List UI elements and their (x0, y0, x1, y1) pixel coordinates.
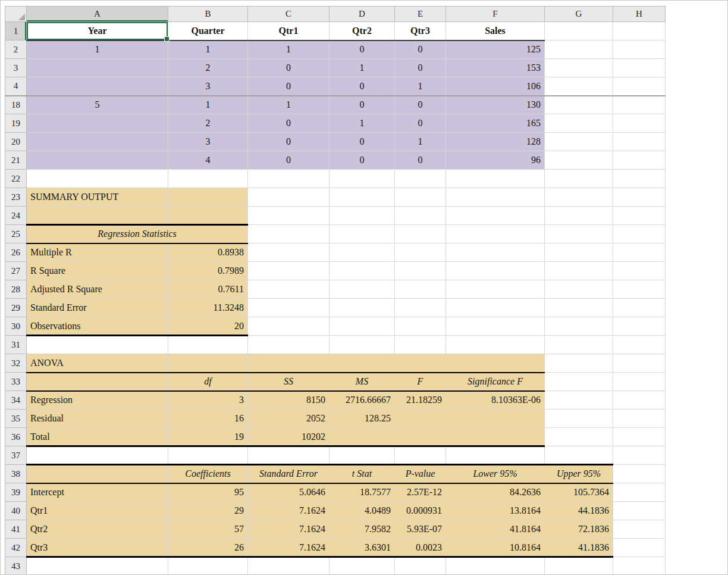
cell-C37[interactable] (248, 446, 330, 465)
cell-H31[interactable] (613, 336, 666, 354)
row-header-39[interactable]: 39 (5, 483, 27, 502)
cell-C30[interactable] (248, 317, 330, 336)
row-header-32[interactable]: 32 (5, 354, 27, 373)
column-header-G[interactable]: G (545, 7, 613, 22)
cell-F36[interactable] (446, 428, 545, 446)
cell-F37[interactable] (446, 446, 545, 465)
cell-B34[interactable]: 3 (168, 391, 248, 410)
cell-D4[interactable]: 0 (330, 77, 395, 96)
cell-E3[interactable]: 0 (395, 59, 446, 77)
cell-H18[interactable] (613, 96, 666, 114)
cell-B27[interactable]: 0.7989 (168, 262, 248, 280)
cell-G36[interactable] (545, 428, 613, 446)
cell-E33[interactable]: F (395, 373, 446, 391)
cell-B37[interactable] (168, 446, 248, 465)
cell-C41[interactable]: 7.1624 (248, 520, 330, 539)
cell-E20[interactable]: 1 (395, 133, 446, 151)
cell-F38[interactable]: Lower 95% (446, 465, 545, 483)
cell-B33[interactable]: df (168, 373, 248, 391)
cell-B36[interactable]: 19 (168, 428, 248, 446)
cell-A31[interactable] (27, 336, 168, 354)
cell-H40[interactable] (613, 502, 666, 520)
cell-F4[interactable]: 106 (446, 77, 545, 96)
cell-C34[interactable]: 8150 (248, 391, 330, 410)
cell-G25[interactable] (545, 225, 613, 243)
cell-H4[interactable] (613, 77, 666, 96)
cell-C24[interactable] (248, 207, 330, 225)
cell-A23[interactable]: SUMMARY OUTPUT (27, 188, 168, 207)
cell-C21[interactable]: 0 (248, 151, 330, 170)
cell-E37[interactable] (395, 446, 446, 465)
column-header-E[interactable]: E (395, 7, 446, 22)
cell-D32[interactable] (330, 354, 395, 373)
column-header-C[interactable]: C (248, 7, 330, 22)
cell-H32[interactable] (613, 354, 666, 373)
row-header-34[interactable]: 34 (5, 391, 27, 410)
cell-E39[interactable]: 2.57E-12 (395, 483, 446, 502)
cell-B1[interactable]: Quarter (168, 22, 248, 40)
cell-H41[interactable] (613, 520, 666, 539)
cell-G23[interactable] (545, 188, 613, 207)
row-header-41[interactable]: 41 (5, 520, 27, 539)
cell-F28[interactable] (446, 280, 545, 299)
cell-G30[interactable] (545, 317, 613, 336)
cell-C4[interactable]: 0 (248, 77, 330, 96)
cell-H42[interactable] (613, 539, 666, 557)
cell-G41[interactable]: 72.1836 (545, 520, 613, 539)
cell-F23[interactable] (446, 188, 545, 207)
cell-A18[interactable]: 5 (27, 96, 168, 114)
cell-G42[interactable]: 41.1836 (545, 539, 613, 557)
cell-B26[interactable]: 0.8938 (168, 243, 248, 262)
cell-C32[interactable] (248, 354, 330, 373)
row-header-26[interactable]: 26 (5, 243, 27, 262)
cell-G40[interactable]: 44.1836 (545, 502, 613, 520)
cell-D3[interactable]: 1 (330, 59, 395, 77)
row-header-24[interactable]: 24 (5, 207, 27, 225)
cell-D27[interactable] (330, 262, 395, 280)
cell-D31[interactable] (330, 336, 395, 354)
cell-D41[interactable]: 7.9582 (330, 520, 395, 539)
cell-C23[interactable] (248, 188, 330, 207)
cell-H29[interactable] (613, 299, 666, 317)
row-header-18[interactable]: 18 (5, 96, 27, 114)
row-header-22[interactable]: 22 (5, 170, 27, 188)
cell-C39[interactable]: 5.0646 (248, 483, 330, 502)
cell-G2[interactable] (545, 40, 613, 59)
cell-C20[interactable]: 0 (248, 133, 330, 151)
cell-F32[interactable] (446, 354, 545, 373)
cell-E41[interactable]: 5.93E-07 (395, 520, 446, 539)
cell-B19[interactable]: 2 (168, 114, 248, 133)
cell-A1[interactable]: Year (27, 22, 168, 40)
cell-B20[interactable]: 3 (168, 133, 248, 151)
cell-A3[interactable] (27, 59, 168, 77)
cell-G1[interactable] (545, 22, 613, 40)
cell-H20[interactable] (613, 133, 666, 151)
cell-G4[interactable] (545, 77, 613, 96)
row-header-27[interactable]: 27 (5, 262, 27, 280)
cell-H34[interactable] (613, 391, 666, 410)
cell-E29[interactable] (395, 299, 446, 317)
cell-G34[interactable] (545, 391, 613, 410)
cell-C29[interactable] (248, 299, 330, 317)
cell-D22[interactable] (330, 170, 395, 188)
row-header-21[interactable]: 21 (5, 151, 27, 170)
cell-B3[interactable]: 2 (168, 59, 248, 77)
cell-H33[interactable] (613, 373, 666, 391)
cell-A34[interactable]: Regression (27, 391, 168, 410)
cell-D21[interactable]: 0 (330, 151, 395, 170)
cell-F19[interactable]: 165 (446, 114, 545, 133)
cell-G20[interactable] (545, 133, 613, 151)
cell-B18[interactable]: 1 (168, 96, 248, 114)
cell-H19[interactable] (613, 114, 666, 133)
cell-B24[interactable] (168, 207, 248, 225)
cell-A43[interactable] (27, 557, 168, 575)
cell-E32[interactable] (395, 354, 446, 373)
cell-C35[interactable]: 2052 (248, 410, 330, 428)
cell-E28[interactable] (395, 280, 446, 299)
cell-E40[interactable]: 0.000931 (395, 502, 446, 520)
cell-C26[interactable] (248, 243, 330, 262)
cell-A19[interactable] (27, 114, 168, 133)
cell-A24[interactable] (27, 207, 168, 225)
cell-F35[interactable] (446, 410, 545, 428)
row-header-33[interactable]: 33 (5, 373, 27, 391)
